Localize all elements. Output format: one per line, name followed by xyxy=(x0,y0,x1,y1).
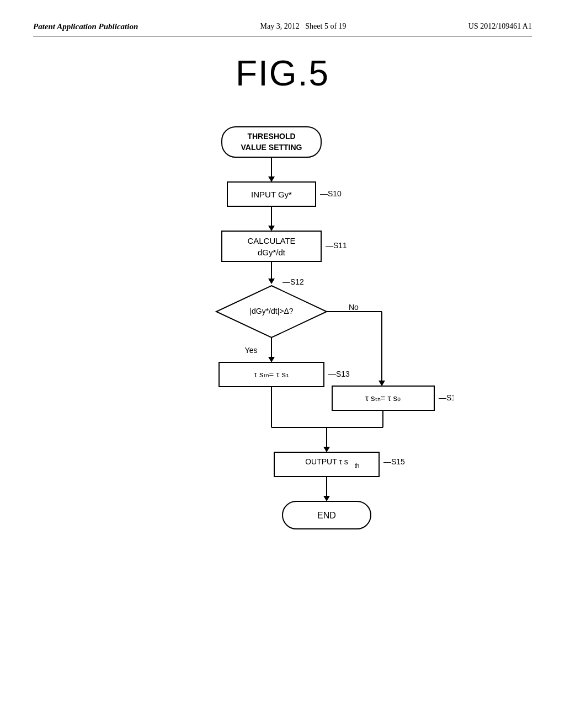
svg-marker-9 xyxy=(268,226,275,231)
page: Patent Application Publication May 3, 20… xyxy=(0,0,565,728)
svg-text:No: No xyxy=(349,303,359,312)
svg-marker-4 xyxy=(268,176,275,182)
svg-text:—S14: —S14 xyxy=(439,393,454,402)
header-right: US 2012/109461 A1 xyxy=(468,22,532,31)
svg-marker-25 xyxy=(379,381,385,386)
svg-marker-22 xyxy=(268,357,275,362)
svg-text:—S10: —S10 xyxy=(320,189,342,198)
svg-marker-42 xyxy=(323,496,330,501)
figure-title: FIG.5 xyxy=(33,53,532,94)
svg-text:—S11: —S11 xyxy=(326,241,347,250)
svg-text:THRESHOLD: THRESHOLD xyxy=(247,132,295,141)
svg-text:|dGy*/dt|>Δ?: |dGy*/dt|>Δ? xyxy=(249,307,293,315)
svg-text:CALCULATE: CALCULATE xyxy=(247,236,295,245)
svg-text:INPUT Gy*: INPUT Gy* xyxy=(251,190,292,199)
svg-text:Yes: Yes xyxy=(245,346,258,355)
svg-text:—S13: —S13 xyxy=(328,370,350,378)
svg-text:dGy*/dt: dGy*/dt xyxy=(258,248,286,257)
date-label: May 3, 2012 xyxy=(260,22,300,30)
header-center: May 3, 2012 Sheet 5 of 19 xyxy=(260,22,347,31)
publication-label: Patent Application Publication xyxy=(33,22,138,31)
svg-text:OUTPUT  τ s: OUTPUT τ s xyxy=(305,457,348,466)
flowchart-diagram: THRESHOLD VALUE SETTING INPUT Gy* —S10 C… xyxy=(111,121,454,673)
svg-text:th: th xyxy=(355,463,359,469)
svg-text:τ sₜₕ= τ s₀: τ sₜₕ= τ s₀ xyxy=(365,393,401,403)
svg-marker-36 xyxy=(323,447,330,452)
svg-text:—S15: —S15 xyxy=(383,457,405,466)
svg-text:—S12: —S12 xyxy=(282,277,304,286)
svg-text:END: END xyxy=(317,511,336,520)
sheet-label: Sheet 5 of 19 xyxy=(305,22,346,30)
patent-number: US 2012/109461 A1 xyxy=(468,22,532,30)
svg-text:τ sₜₕ= τ s₁: τ sₜₕ= τ s₁ xyxy=(254,370,289,379)
svg-text:VALUE SETTING: VALUE SETTING xyxy=(241,143,302,152)
header-left: Patent Application Publication xyxy=(33,22,138,31)
svg-marker-15 xyxy=(268,279,275,284)
header: Patent Application Publication May 3, 20… xyxy=(33,22,532,36)
